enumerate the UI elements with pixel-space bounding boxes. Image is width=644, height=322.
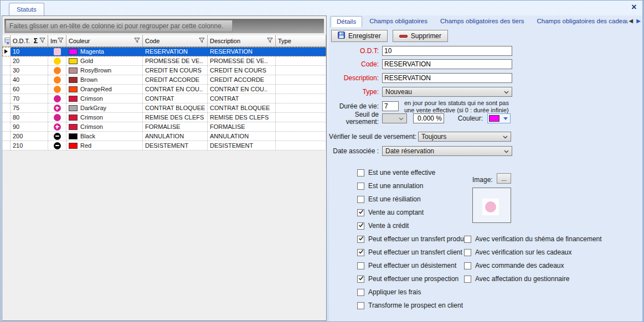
cell-type [276, 132, 326, 141]
status-row[interactable]: 20GoldPROMESSE DE VE..PROMESSE DE VE.. [2, 56, 326, 66]
checkbox-avec-verification-du-sh-ma-de-financement[interactable]: Avec verification du shéma de financemen… [464, 235, 602, 243]
tab-d-tails[interactable]: Détails [331, 16, 362, 27]
tab-champs-obligatoires[interactable]: Champs obligatoires [364, 16, 433, 27]
tab-champs-obligatoires-des-cadeaux[interactable]: Champs obligatoires des cadeaux [532, 16, 628, 27]
checkbox-est-une-r-siliation[interactable]: Est une résiliation [357, 195, 467, 203]
status-row[interactable]: 70CrimsonCONTRATCONTRAT [2, 94, 326, 103]
status-row[interactable]: 90CrimsonFORMALISEFORMALISE [2, 122, 326, 132]
checkbox-box[interactable] [464, 262, 471, 269]
status-row[interactable]: 210RedDESISTEMENTDESISTEMENT [2, 141, 326, 150]
delete-button[interactable]: Supprimer [393, 30, 448, 42]
checkbox-box[interactable] [464, 276, 471, 283]
checkbox-box[interactable] [357, 302, 364, 309]
cell-couleur: Red [66, 141, 143, 150]
color-picker[interactable] [487, 113, 511, 123]
type-combobox[interactable]: Nouveau [382, 87, 512, 97]
tab-champs-obligatoires-des-tiers[interactable]: Champs obligatoires des tiers [435, 16, 530, 27]
column-header-im[interactable]: Im [48, 35, 66, 47]
checkmark-icon [358, 235, 364, 243]
status-row[interactable]: 30RosyBrownCREDIT EN COURSCREDIT EN COUR… [2, 66, 326, 75]
checkbox-label: Peut effectuer un transfert client [368, 248, 462, 256]
tab-scroll-right-icon[interactable]: ▶ [636, 18, 641, 24]
checkbox-peut-effectuer-un-transfert-produit[interactable]: Peut effectuer un transfert produit [357, 235, 467, 243]
status-row[interactable]: 10MagentaRESERVATIONRESERVATION [2, 47, 326, 56]
checkbox-avec-affectation-du-gestionnaire[interactable]: Avec affectation du gestionnaire [464, 275, 602, 283]
verify-threshold-combobox[interactable]: Toujours [418, 132, 511, 142]
checkbox-peut-effectuer-un-d-sistement[interactable]: Peut effectuer un désistement [357, 262, 467, 269]
lifetime-input[interactable] [382, 101, 399, 111]
filter-icon[interactable] [134, 38, 140, 44]
checkbox-box[interactable] [357, 209, 364, 216]
checkbox-appliquer-les-frais[interactable]: Appliquer les frais [357, 288, 467, 296]
sum-icon[interactable]: Σ [34, 38, 38, 44]
associated-date-field-row: Date associée : Date réservation [329, 146, 642, 156]
color-name: DarkGray [80, 105, 106, 111]
checkbox-est-une-vente-effective[interactable]: Est une vente effective [357, 169, 467, 176]
description-input[interactable] [382, 73, 512, 83]
row-indicator-cell [2, 122, 11, 132]
header-icons [58, 38, 64, 44]
filter-icon[interactable] [58, 38, 64, 44]
checkbox-box[interactable] [357, 262, 364, 269]
checkbox-label: Avec vérification sur les cadeaux [475, 248, 572, 256]
checkbox-box[interactable] [357, 236, 364, 243]
checkbox-box[interactable] [357, 276, 364, 283]
checkbox-vente-au-comptant[interactable]: Vente au comptant [357, 209, 467, 216]
checkbox-box[interactable] [357, 169, 364, 176]
status-row[interactable]: 40BrownCREDIT ACCORDECREDIT ACCORDE [2, 75, 326, 85]
checkbox-box[interactable] [357, 249, 364, 256]
tab-statuts[interactable]: Statuts [9, 3, 44, 16]
checkbox-avec-commande-des-cadeaux[interactable]: Avec commande des cadeaux [464, 262, 602, 269]
checkbox-box[interactable] [357, 183, 364, 190]
column-chooser-cell[interactable] [2, 35, 11, 47]
cell-im [48, 66, 66, 75]
checkbox-avec-v-rification-sur-les-cadeaux[interactable]: Avec vérification sur les cadeaux [464, 248, 602, 256]
type-label: Type: [329, 88, 379, 96]
checkbox-box[interactable] [357, 196, 364, 203]
checkbox-peut-effectuer-une-prospection[interactable]: Peut effectuer une prospection [357, 275, 467, 283]
threshold-percent-input[interactable] [413, 113, 444, 123]
code-input[interactable] [382, 59, 512, 69]
close-icon[interactable]: × [629, 2, 639, 12]
tab-scroll-left-icon[interactable]: ◀ [629, 18, 633, 24]
checkbox-label: Transforme le prospect en client [368, 302, 463, 309]
threshold-combobox[interactable] [382, 113, 407, 123]
checkbox-box[interactable] [464, 249, 471, 256]
filter-icon[interactable] [267, 38, 273, 44]
checkbox-label: Est une vente effective [368, 169, 435, 176]
save-button[interactable]: Enregistrer [331, 30, 388, 42]
details-tab-strip: DétailsChamps obligatoiresChamps obligat… [329, 15, 628, 27]
column-chooser-icon[interactable] [4, 37, 11, 45]
image-browse-button[interactable]: ... [497, 173, 511, 184]
checkbox-box[interactable] [357, 289, 364, 296]
verify-threshold-value: Toujours [421, 133, 446, 141]
column-header-color_name[interactable]: Couleur [66, 35, 143, 47]
checkbox-peut-effectuer-un-transfert-client[interactable]: Peut effectuer un transfert client [357, 248, 467, 256]
filter-icon[interactable] [199, 38, 205, 44]
status-row[interactable]: 60OrangeRedCONTRAT EN COU..CONTRAT EN CO… [2, 85, 326, 94]
row-indicator-cell [2, 47, 11, 56]
row-indicator-cell [2, 85, 11, 94]
checkbox-box[interactable] [357, 222, 364, 230]
checkbox-box[interactable] [464, 236, 471, 243]
checkbox-transforme-le-prospect-en-client[interactable]: Transforme le prospect en client [357, 302, 467, 309]
status-row[interactable]: 75DarkGrayCONTRAT BLOQUEECONTRAT BLOQUEE [2, 103, 326, 113]
filter-icon[interactable] [39, 38, 45, 44]
cell-odt: 20 [11, 56, 48, 66]
group-by-bar[interactable]: Faites glisser un en-tête de colonne ici… [4, 19, 324, 33]
code-field-row: Code: [329, 59, 642, 69]
cell-code: CONTRAT EN COU.. [143, 85, 208, 94]
status-row[interactable]: 200BlackANNULATIONANNULATION [2, 132, 326, 141]
column-header-description[interactable]: Description [208, 35, 276, 47]
column-header-code[interactable]: Code [143, 35, 208, 47]
color-swatch [69, 67, 78, 74]
column-header-type[interactable]: Type [276, 35, 326, 47]
associated-date-combobox[interactable]: Date réservation [382, 146, 512, 156]
odt-input[interactable] [382, 46, 512, 56]
status-row[interactable]: 80CrimsonREMISE DES CLEFSREMISE DES CLEF… [2, 113, 326, 122]
checkbox-vente-cr-dit[interactable]: Vente à crédit [357, 222, 467, 230]
cell-description: CREDIT ACCORDE [208, 75, 276, 85]
checkbox-est-une-annulation[interactable]: Est une annulation [357, 182, 467, 190]
description-field-row: Description: [329, 73, 642, 83]
column-header-odt[interactable]: O.D.T.Σ [11, 35, 48, 47]
